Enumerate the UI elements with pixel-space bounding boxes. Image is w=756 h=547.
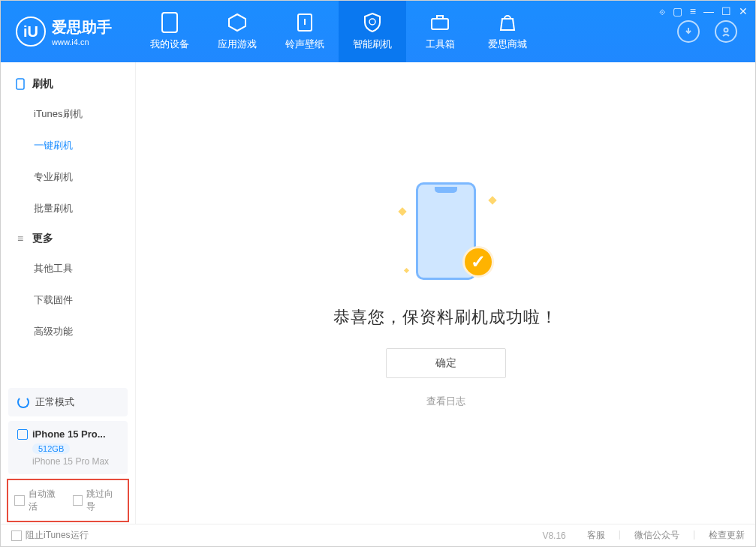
svg-rect-5 xyxy=(437,16,443,19)
storage-badge: 512GB xyxy=(32,443,70,454)
bag-icon xyxy=(497,12,518,33)
skin-icon[interactable]: ▢ xyxy=(673,5,682,17)
sidebar-item-advanced[interactable]: 高级功能 xyxy=(1,316,135,347)
annotated-checkbox-region: 自动激活 跳过向导 xyxy=(7,479,129,522)
minimize-icon[interactable]: — xyxy=(703,5,714,17)
footer-link-wechat[interactable]: 微信公众号 xyxy=(634,529,679,542)
svg-marker-1 xyxy=(229,14,245,31)
sidebar: 刷机 iTunes刷机 一键刷机 专业刷机 批量刷机 ≡ 更多 其他工具 下载固… xyxy=(1,62,136,524)
more-group-icon: ≡ xyxy=(14,233,26,245)
logo-icon: iU xyxy=(16,17,46,47)
checkbox-label: 自动激活 xyxy=(29,488,64,513)
sidebar-item-oneclick-flash[interactable]: 一键刷机 xyxy=(1,130,135,161)
nav-label: 铃声壁纸 xyxy=(285,38,324,51)
sidebar-item-other-tools[interactable]: 其他工具 xyxy=(1,253,135,284)
device-phone-icon xyxy=(17,429,28,440)
sidebar-item-itunes-flash[interactable]: iTunes刷机 xyxy=(1,98,135,130)
auto-activate-checkbox[interactable]: 自动激活 xyxy=(14,488,64,513)
refresh-icon xyxy=(17,396,29,408)
checkbox-icon xyxy=(14,495,25,506)
device-model: iPhone 15 Pro Max xyxy=(32,456,119,467)
header: iU 爱思助手 www.i4.cn 我的设备 应用游戏 铃声壁纸 智能刷机 xyxy=(1,1,755,62)
main-content: ✓ 恭喜您，保资料刷机成功啦！ 确定 查看日志 xyxy=(136,62,755,524)
nav-ringtones[interactable]: 铃声壁纸 xyxy=(271,1,339,62)
footer: 阻止iTunes运行 V8.16 客服 | 微信公众号 | 检查更新 xyxy=(1,524,755,546)
success-title: 恭喜您，保资料刷机成功啦！ xyxy=(333,306,558,329)
svg-point-3 xyxy=(369,19,375,25)
sidebar-group-flash[interactable]: 刷机 xyxy=(1,70,135,98)
sparkle-icon xyxy=(488,196,496,204)
nav-apps[interactable]: 应用游戏 xyxy=(203,1,271,62)
skip-wizard-checkbox[interactable]: 跳过向导 xyxy=(73,488,122,513)
nav-label: 爱思商城 xyxy=(488,38,527,51)
top-nav: 我的设备 应用游戏 铃声壁纸 智能刷机 工具箱 爱思商城 xyxy=(136,1,541,62)
ok-button[interactable]: 确定 xyxy=(386,348,506,378)
sparkle-icon xyxy=(403,267,408,272)
version-label: V8.16 xyxy=(542,530,565,541)
sparkle-icon xyxy=(398,207,406,215)
sidebar-group-more[interactable]: ≡ 更多 xyxy=(1,224,135,253)
footer-link-update[interactable]: 检查更新 xyxy=(709,529,745,542)
svg-rect-0 xyxy=(162,13,177,32)
nav-label: 工具箱 xyxy=(426,38,455,51)
checkbox-icon xyxy=(11,530,22,541)
checkmark-badge-icon: ✓ xyxy=(462,246,494,278)
sidebar-item-download-firmware[interactable]: 下载固件 xyxy=(1,284,135,316)
brand-name: 爱思助手 xyxy=(52,17,112,38)
group-title: 更多 xyxy=(32,232,53,245)
window-controls: ⟐ ▢ ≡ — ☐ ✕ xyxy=(659,5,748,17)
nav-store[interactable]: 爱思商城 xyxy=(474,1,541,62)
svg-rect-7 xyxy=(17,79,24,89)
nav-label: 我的设备 xyxy=(150,38,189,51)
sidebar-item-pro-flash[interactable]: 专业刷机 xyxy=(1,161,135,193)
checkbox-label: 阻止iTunes运行 xyxy=(26,529,89,542)
toolbox-icon xyxy=(429,12,450,33)
sidebar-item-batch-flash[interactable]: 批量刷机 xyxy=(1,193,135,224)
group-title: 刷机 xyxy=(32,77,53,91)
footer-link-support[interactable]: 客服 xyxy=(587,529,605,542)
nav-label: 智能刷机 xyxy=(353,38,392,51)
device-card[interactable]: iPhone 15 Pro... 512GB iPhone 15 Pro Max xyxy=(8,421,128,474)
flash-group-icon xyxy=(14,78,26,90)
phone-icon xyxy=(159,12,180,33)
nav-flash[interactable]: 智能刷机 xyxy=(339,1,406,62)
music-icon xyxy=(294,12,315,33)
user-icon[interactable] xyxy=(715,20,737,43)
maximize-icon[interactable]: ☐ xyxy=(721,5,731,17)
close-icon[interactable]: ✕ xyxy=(739,5,748,17)
block-itunes-checkbox[interactable]: 阻止iTunes运行 xyxy=(11,529,89,542)
checkbox-icon xyxy=(73,495,83,506)
nav-my-device[interactable]: 我的设备 xyxy=(136,1,203,62)
nav-toolbox[interactable]: 工具箱 xyxy=(406,1,474,62)
brand-url: www.i4.cn xyxy=(52,38,112,47)
status-mode: 正常模式 xyxy=(35,395,74,409)
status-card[interactable]: 正常模式 xyxy=(8,388,128,416)
menu-icon[interactable]: ≡ xyxy=(690,5,696,17)
cube-icon xyxy=(227,12,248,33)
device-name: iPhone 15 Pro... xyxy=(32,428,106,440)
success-illustration: ✓ xyxy=(393,179,498,284)
logo-block: iU 爱思助手 www.i4.cn xyxy=(1,17,136,47)
nav-label: 应用游戏 xyxy=(218,38,257,51)
shield-refresh-icon xyxy=(362,12,383,33)
download-icon[interactable] xyxy=(677,20,700,43)
checkbox-label: 跳过向导 xyxy=(86,488,122,513)
feedback-icon[interactable]: ⟐ xyxy=(659,5,665,17)
svg-rect-4 xyxy=(432,19,448,29)
view-log-link[interactable]: 查看日志 xyxy=(426,395,465,408)
svg-point-6 xyxy=(724,29,728,32)
